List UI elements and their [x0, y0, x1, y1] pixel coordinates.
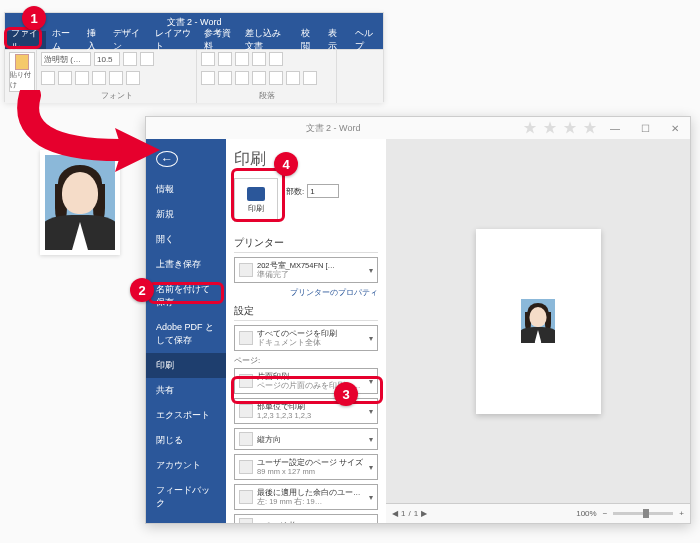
chevron-down-icon: ▾: [369, 435, 373, 444]
collate-dropdown[interactable]: 部単位で印刷 1,2,3 1,2,3 1,2,3 ▾: [234, 398, 378, 424]
sidebar-item-options[interactable]: オプション: [146, 516, 226, 523]
align-right-icon[interactable]: [235, 71, 249, 85]
ribbon-tabs: ファイル ホーム 挿入 デザイン レイアウト 参考資料 差し込み文書 校閲 表示…: [5, 31, 383, 49]
align-center-icon[interactable]: [218, 71, 232, 85]
printer-icon: [247, 187, 265, 201]
printer-status: 準備完了: [257, 270, 289, 279]
word-backstage-window: 文書 2 - Word — ☐ ✕ ← 情報 新規 開く 上書き保存 名前を付け…: [145, 116, 691, 524]
tab-layout[interactable]: レイアウト: [149, 31, 198, 49]
italic-icon[interactable]: [58, 71, 72, 85]
pages-per-sheet-dropdown[interactable]: 1 ページ/枚 ▾: [234, 514, 378, 523]
paste-button[interactable]: 貼り付け: [9, 52, 35, 92]
tab-insert[interactable]: 挿入: [81, 31, 108, 49]
tab-design[interactable]: デザイン: [107, 31, 148, 49]
sidebar-item-open[interactable]: 開く: [146, 227, 226, 252]
page-current: 1: [401, 509, 405, 518]
print-range-dropdown[interactable]: すべてのページを印刷 ドキュメント全体 ▾: [234, 325, 378, 351]
font-size-dropdown[interactable]: 10.5: [94, 52, 120, 66]
settings-section-head: 設定: [234, 304, 378, 321]
sidebar-item-print[interactable]: 印刷: [146, 353, 226, 378]
star-deco-icon: [522, 120, 538, 136]
paragraph-group: 段落: [197, 50, 337, 103]
sidebar-item-saveas[interactable]: 名前を付けて保存: [146, 277, 226, 315]
pages-label: ページ:: [234, 355, 378, 366]
page-size-dropdown[interactable]: ユーザー設定のページ サイズ 89 mm x 127 mm ▾: [234, 454, 378, 480]
highlight-icon[interactable]: [109, 71, 123, 85]
callout-1: 1: [22, 6, 46, 30]
printer-dropdown[interactable]: 202号室_MX754FN [… 準備完了 ▾: [234, 257, 378, 283]
next-page-button[interactable]: ▶: [421, 509, 427, 518]
bold-icon[interactable]: [41, 71, 55, 85]
printer-section-head: プリンター: [234, 236, 378, 253]
close-button[interactable]: ✕: [660, 117, 690, 139]
indent-inc-icon[interactable]: [269, 52, 283, 66]
collate-label: 部単位で印刷: [257, 402, 305, 411]
underline-icon[interactable]: [75, 71, 89, 85]
orientation-label: 縦方向: [257, 435, 365, 444]
font-name-dropdown[interactable]: 游明朝 (…: [41, 52, 91, 66]
orientation-dropdown[interactable]: 縦方向 ▾: [234, 428, 378, 450]
sidebar-item-save[interactable]: 上書き保存: [146, 252, 226, 277]
print-heading: 印刷: [234, 149, 378, 170]
shading-icon[interactable]: [286, 71, 300, 85]
indent-dec-icon[interactable]: [252, 52, 266, 66]
margins-label: 最後に適用した余白のユー…: [257, 488, 361, 497]
font-color-icon[interactable]: [126, 71, 140, 85]
zoom-value: 100%: [576, 509, 596, 518]
star-deco-icon: [582, 120, 598, 136]
print-range-label: すべてのページを印刷: [257, 329, 337, 338]
align-left-icon[interactable]: [201, 71, 215, 85]
minimize-button[interactable]: —: [600, 117, 630, 139]
tab-review[interactable]: 校閲: [295, 31, 322, 49]
paragraph-group-label: 段落: [201, 90, 332, 101]
tab-file[interactable]: ファイル: [5, 31, 46, 49]
sidebar-item-new[interactable]: 新規: [146, 202, 226, 227]
zoom-out-button[interactable]: −: [603, 509, 608, 518]
bullets-icon[interactable]: [201, 52, 215, 66]
page-sep: /: [408, 509, 410, 518]
tab-home[interactable]: ホーム: [46, 31, 80, 49]
chevron-down-icon: ▾: [369, 334, 373, 343]
multilevel-icon[interactable]: [235, 52, 249, 66]
tab-mailings[interactable]: 差し込み文書: [239, 31, 295, 49]
prev-page-button[interactable]: ◀: [392, 509, 398, 518]
clipboard-icon: [15, 54, 29, 70]
tab-references[interactable]: 参考資料: [198, 31, 239, 49]
collate-sub: 1,2,3 1,2,3 1,2,3: [257, 411, 311, 420]
callout-3: 3: [334, 382, 358, 406]
copies-spinner[interactable]: 1: [307, 184, 339, 198]
borders-icon[interactable]: [303, 71, 317, 85]
decrease-font-icon[interactable]: [140, 52, 154, 66]
increase-font-icon[interactable]: [123, 52, 137, 66]
pagesize-sub: 89 mm x 127 mm: [257, 467, 315, 476]
margins-dropdown[interactable]: 最後に適用した余白のユー… 左: 19 mm 右: 19… ▾: [234, 484, 378, 510]
preview-page: [476, 229, 601, 414]
id-photo-preview: [521, 299, 555, 343]
sidebar-item-adobe[interactable]: Adobe PDF として保存: [146, 315, 226, 353]
tab-view[interactable]: 表示: [322, 31, 349, 49]
numbering-icon[interactable]: [218, 52, 232, 66]
backstage-sidebar: ← 情報 新規 開く 上書き保存 名前を付けて保存 Adobe PDF として保…: [146, 139, 226, 523]
strike-icon[interactable]: [92, 71, 106, 85]
printer-properties-link[interactable]: プリンターのプロパティ: [234, 287, 378, 298]
sidebar-item-export[interactable]: エクスポート: [146, 403, 226, 428]
chevron-down-icon: ▾: [369, 407, 373, 416]
zoom-in-button[interactable]: +: [679, 509, 684, 518]
sidebar-item-share[interactable]: 共有: [146, 378, 226, 403]
sidebar-item-feedback[interactable]: フィードバック: [146, 478, 226, 516]
print-range-sub: ドキュメント全体: [257, 338, 321, 347]
star-deco-icon: [562, 120, 578, 136]
printer-name: 202号室_MX754FN […: [257, 261, 335, 270]
pages-per-sheet-label: 1 ページ/枚: [257, 521, 365, 524]
sidebar-item-close[interactable]: 閉じる: [146, 428, 226, 453]
print-button[interactable]: 印刷: [234, 178, 278, 222]
line-spacing-icon[interactable]: [269, 71, 283, 85]
maximize-button[interactable]: ☐: [630, 117, 660, 139]
sheet-icon: [239, 518, 253, 523]
tab-help[interactable]: ヘルプ: [349, 31, 383, 49]
sidebar-item-account[interactable]: アカウント: [146, 453, 226, 478]
paste-label: 貼り付け: [10, 70, 34, 90]
justify-icon[interactable]: [252, 71, 266, 85]
zoom-slider[interactable]: [613, 512, 673, 515]
chevron-down-icon: ▾: [369, 493, 373, 502]
